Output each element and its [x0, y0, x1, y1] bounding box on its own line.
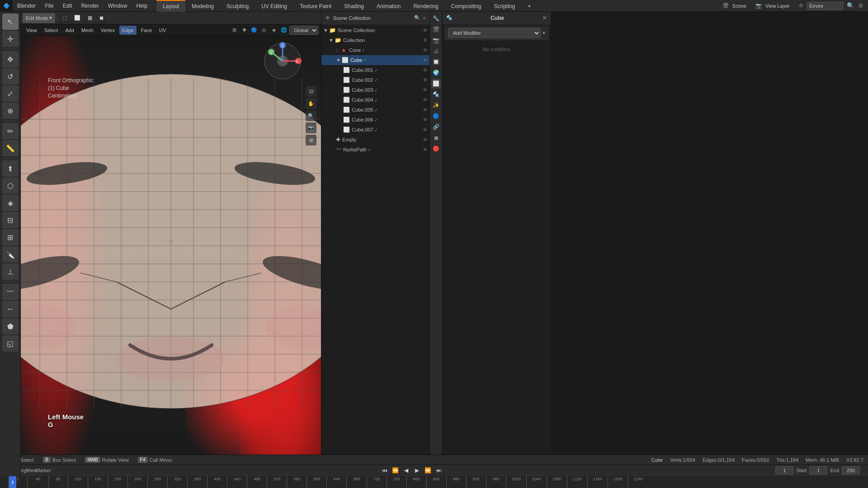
add-modifier-dropdown[interactable]: Add Modifier [448, 28, 541, 38]
transform-orientations-btn[interactable]: 🌐 [279, 26, 288, 35]
engine-selector[interactable] [807, 2, 843, 10]
extrude-tool[interactable]: ⬆ [2, 160, 19, 177]
snap-btn[interactable]: 🔵 [250, 26, 259, 35]
scale-tool[interactable]: ⤢ [2, 85, 19, 102]
shrink-fatten-tool[interactable]: ⬟ [2, 318, 19, 334]
visibility-icon[interactable]: 👁 [423, 67, 428, 73]
inset-tool[interactable]: ⬡ [2, 178, 19, 194]
knife-tool[interactable]: 🔪 [2, 246, 19, 263]
visibility-icon[interactable]: 👁 [423, 137, 428, 142]
current-frame-input[interactable] [775, 466, 793, 474]
tree-item-cube[interactable]: ▼ ⬜ Cube ✓ 👁 [321, 55, 429, 65]
visibility-icon[interactable]: 👁 [423, 77, 428, 83]
zoom-btn[interactable]: 🔍 [306, 110, 316, 121]
visibility-icon[interactable]: 👁 [423, 28, 428, 33]
tab-modeling[interactable]: Modeling [185, 0, 220, 12]
vertex-menu[interactable]: Vertex [98, 26, 118, 35]
tree-item-scene-collection[interactable]: ▼ 📁 Scene Collection 👁 [321, 25, 429, 35]
viewport-canvas[interactable]: 人人素材 RRCG [21, 36, 321, 465]
menu-blender[interactable]: Blender [13, 0, 40, 12]
viewport-display-btn[interactable]: ⬚ [59, 13, 70, 23]
visibility-icon[interactable]: 👁 [423, 107, 428, 113]
output-icon[interactable]: 🖨 [431, 46, 441, 56]
select-tool[interactable]: ↖ [2, 14, 19, 30]
menu-edit[interactable]: Edit [58, 0, 77, 12]
scene-icon[interactable]: 🎬 [431, 24, 441, 34]
properties-close-btn[interactable]: ✕ [542, 14, 547, 21]
tab-compositing[interactable]: Compositing [445, 0, 488, 12]
pan-btn[interactable]: ✋ [306, 98, 316, 109]
uv-menu[interactable]: UV [156, 26, 169, 35]
add-menu[interactable]: Add [62, 26, 77, 35]
tab-add[interactable]: + [521, 0, 537, 12]
rotate-tool[interactable]: ↺ [2, 68, 19, 84]
menu-file[interactable]: File [40, 0, 58, 12]
visibility-icon[interactable]: 👁 [423, 147, 428, 152]
visibility-icon[interactable]: 👁 [423, 47, 428, 53]
tab-shading[interactable]: Shading [338, 0, 370, 12]
particles-icon[interactable]: ✨ [431, 100, 441, 110]
tree-item-cube007[interactable]: ⬜ Cube.007 ✓ 👁 [321, 125, 429, 135]
face-menu[interactable]: Face [138, 26, 155, 35]
gizmo-btn[interactable]: ✚ [240, 26, 249, 35]
end-frame-input[interactable] [842, 466, 860, 474]
smooth-tool[interactable]: 〰 [2, 284, 19, 300]
mode-dropdown[interactable]: Edit Mode ▾ [23, 13, 55, 23]
tree-item-cube005[interactable]: ⬜ Cube.005 ✓ 👁 [321, 105, 429, 115]
bisect-tool[interactable]: ⊥ [2, 263, 19, 280]
tab-rendering[interactable]: Rendering [407, 0, 444, 12]
tab-layout[interactable]: Layout [156, 0, 185, 12]
measure-tool[interactable]: 📏 [2, 140, 19, 156]
marker-menu[interactable]: Marker [39, 466, 48, 475]
view-layer-icon2[interactable]: 🔲 [431, 57, 441, 67]
tab-texture-paint[interactable]: Texture Paint [293, 0, 338, 12]
overlay-btn[interactable]: ⊞ [230, 26, 239, 35]
visibility-icon[interactable]: 👁 [423, 117, 428, 122]
tree-item-collection[interactable]: ▼ 📁 Collection 👁 [321, 35, 429, 45]
move-tool[interactable]: ✥ [2, 51, 19, 67]
snapping-select[interactable]: Global [289, 26, 318, 35]
world-icon[interactable]: 🌍 [431, 68, 441, 78]
tree-item-cube001[interactable]: ⬜ Cube.001 ✓ 👁 [321, 65, 429, 75]
tree-item-cube006[interactable]: ⬜ Cube.006 ✓ 👁 [321, 115, 429, 125]
outliner-filter-btn[interactable]: 🔍 [414, 15, 420, 21]
viewport-display-btn4[interactable]: ◼ [96, 13, 107, 23]
search-button[interactable]: 🔍 [847, 2, 854, 9]
edge-menu[interactable]: Edge [119, 26, 137, 35]
transform-pivot-btn[interactable]: ◈ [269, 26, 278, 35]
offset-edge-tool[interactable]: ⊞ [2, 229, 19, 245]
step-forward-btn[interactable]: ⏩ [424, 466, 433, 475]
visibility-icon[interactable]: 👁 [423, 127, 428, 132]
annotate-tool[interactable]: ✏ [2, 123, 19, 139]
select-menu[interactable]: Select [42, 26, 61, 35]
jump-end-btn[interactable]: ⏭ [434, 466, 443, 475]
tab-uv-editing[interactable]: UV Editing [255, 0, 293, 12]
cursor-tool[interactable]: ✛ [2, 31, 19, 47]
material-icon[interactable]: 🔴 [431, 144, 441, 154]
loop-cut-tool[interactable]: ⊟ [2, 212, 19, 228]
view-menu[interactable]: View [24, 26, 40, 35]
transform-tool[interactable]: ⊕ [2, 103, 19, 119]
visibility-icon[interactable]: 👁 [423, 57, 428, 63]
tab-scripting[interactable]: Scripting [488, 0, 522, 12]
visibility-icon[interactable]: 👁 [423, 38, 428, 43]
start-frame-input[interactable] [809, 466, 827, 474]
constraints-icon[interactable]: 🔗 [431, 122, 441, 132]
tab-animation[interactable]: Animation [370, 0, 407, 12]
viewport-display-btn2[interactable]: ⬜ [71, 13, 84, 23]
object-icon[interactable]: ⬜ [431, 79, 441, 89]
menu-help[interactable]: Help [132, 0, 152, 12]
shear-tool[interactable]: ◱ [2, 335, 19, 352]
play-reverse-btn[interactable]: ◀ [402, 466, 411, 475]
grid-btn[interactable]: ⊞ [306, 135, 316, 145]
play-btn[interactable]: ▶ [413, 466, 422, 475]
visibility-icon[interactable]: 👁 [423, 97, 428, 103]
tab-sculpting[interactable]: Sculpting [220, 0, 255, 12]
bevel-tool[interactable]: ◈ [2, 195, 19, 211]
proportional-btn[interactable]: ◎ [259, 26, 269, 35]
camera-btn[interactable]: 📷 [306, 122, 316, 133]
edge-slide-tool[interactable]: ↔ [2, 301, 19, 317]
zoom-to-fit-btn[interactable]: ⊡ [306, 86, 316, 97]
menu-render[interactable]: Render [76, 0, 103, 12]
view-menu-tl[interactable]: View [27, 466, 36, 475]
